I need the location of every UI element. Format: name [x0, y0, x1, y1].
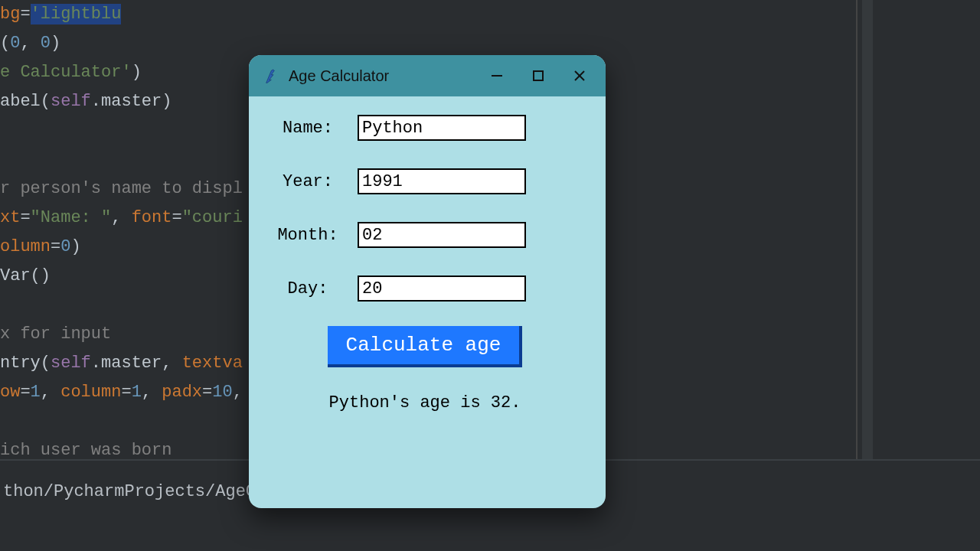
code-line: bg='lightblu [0, 0, 856, 29]
month-label: Month: [258, 226, 358, 245]
code-line: (0, 0) [0, 29, 856, 58]
close-button[interactable] [564, 60, 595, 91]
name-label: Name: [258, 119, 358, 138]
year-input[interactable] [358, 168, 526, 194]
maximize-button[interactable] [523, 60, 554, 91]
form-row-year: Year: [258, 168, 592, 194]
name-input[interactable] [358, 115, 526, 141]
minimize-button[interactable] [482, 60, 512, 91]
button-row: Calculate age [258, 326, 592, 367]
svg-rect-1 [534, 71, 543, 80]
month-input[interactable] [358, 222, 526, 248]
day-label: Day: [258, 279, 358, 298]
window-titlebar[interactable]: Age Calculator [249, 55, 606, 96]
year-label: Year: [258, 172, 358, 191]
form-row-month: Month: [258, 222, 592, 248]
day-input[interactable] [358, 276, 526, 302]
tk-feather-icon [263, 66, 278, 86]
window-title: Age Calculator [289, 67, 471, 85]
result-text: Python's age is 32. [258, 393, 592, 412]
calculate-age-button[interactable]: Calculate age [328, 326, 523, 367]
age-calculator-window: Age Calculator Name: Year: Month: [249, 55, 606, 508]
ide-scrollbar[interactable] [862, 0, 873, 459]
window-body: Name: Year: Month: Day: Calculate age Py… [249, 96, 606, 412]
form-row-name: Name: [258, 115, 592, 141]
form-row-day: Day: [258, 276, 592, 302]
